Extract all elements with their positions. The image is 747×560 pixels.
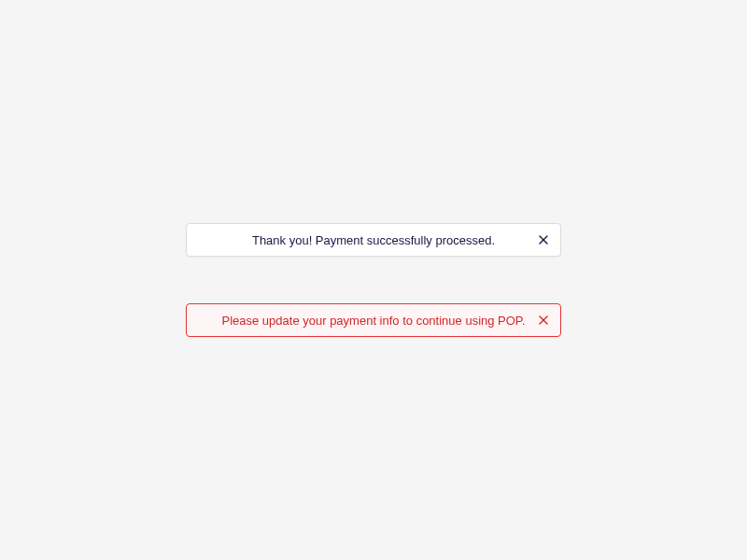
warning-toast-message: Please update your payment info to conti… (187, 315, 560, 327)
warning-toast-close-button[interactable] (532, 309, 555, 331)
success-toast-message: Thank you! Payment successfully processe… (187, 234, 560, 246)
success-toast: Thank you! Payment successfully processe… (186, 223, 561, 257)
success-toast-close-button[interactable] (532, 229, 555, 251)
toast-stack: Thank you! Payment successfully processe… (0, 223, 747, 337)
close-icon (539, 235, 548, 245)
warning-toast: Please update your payment info to conti… (186, 303, 561, 337)
close-icon (539, 315, 548, 325)
